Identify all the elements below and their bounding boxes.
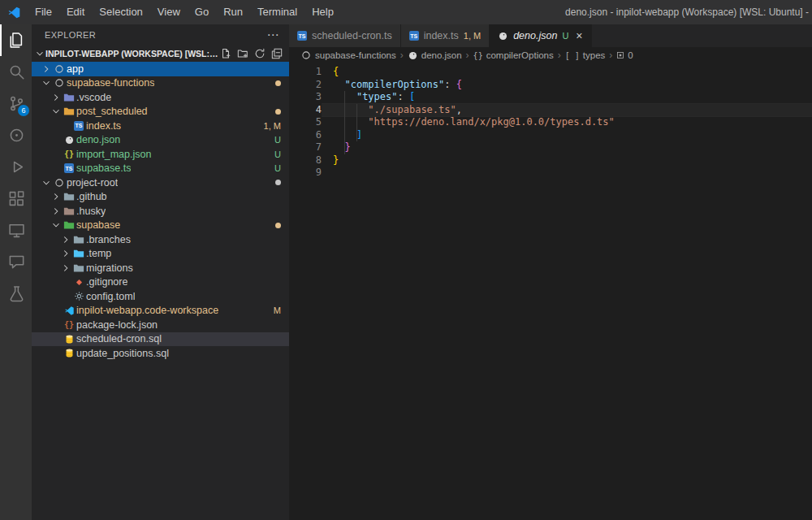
menu-bar: FileEditSelectionViewGoRunTerminalHelp — [28, 0, 341, 24]
tab-index-ts[interactable]: TSindex.ts1, M — [401, 24, 490, 47]
tree-item-project-root[interactable]: project-root — [32, 176, 289, 190]
activity-search[interactable] — [0, 56, 32, 88]
menu-run[interactable]: Run — [216, 0, 250, 24]
deno-icon — [498, 31, 508, 41]
tree-item-import-map-json[interactable]: {}import_map.jsonU — [32, 147, 289, 162]
breadcrumb-deno-json[interactable]: deno.json — [408, 50, 462, 61]
breadcrumb-types[interactable]: [ ]types — [565, 50, 606, 60]
tree-item-vscode[interactable]: .vscode — [32, 90, 289, 105]
activity-source-control[interactable]: 6 — [0, 88, 32, 119]
tree-item-migrations[interactable]: migrations — [32, 261, 289, 275]
tree-item-supabase-ts[interactable]: TSsupabase.tsU — [32, 162, 289, 176]
tree-item-post-scheduled[interactable]: post_scheduled — [32, 105, 289, 119]
chevron-down-icon[interactable] — [50, 106, 62, 117]
tree-item-scheduled-cron-sql[interactable]: scheduled-cron.sql — [32, 332, 289, 347]
git-dot-badge — [275, 180, 281, 185]
tree-item-label: .temp — [86, 248, 111, 259]
tree-item-deno-json[interactable]: deno.jsonU — [32, 133, 289, 148]
new-file-icon[interactable] — [220, 48, 231, 59]
tab-label: deno.json — [513, 30, 557, 41]
breadcrumb-label: compilerOptions — [486, 50, 554, 60]
chevron-right-icon[interactable] — [59, 234, 71, 245]
menu-help[interactable]: Help — [304, 0, 341, 24]
activity-run-debug[interactable] — [0, 151, 32, 183]
refresh-icon[interactable] — [254, 48, 266, 59]
scm-count-badge: 6 — [18, 105, 29, 116]
tree-item-supabase[interactable]: supabase — [32, 219, 289, 233]
menu-file[interactable]: File — [28, 0, 59, 24]
chevron-down-icon[interactable] — [50, 219, 62, 231]
chevron-down-icon[interactable] — [40, 77, 52, 89]
git-status-badge: 1, M — [464, 31, 481, 41]
tab-deno-json[interactable]: deno.jsonU× — [490, 24, 591, 47]
folder-icon — [71, 234, 86, 245]
code-line-1[interactable]: 1{ — [289, 66, 812, 79]
tree-item-inpilot-webapp-code-workspace[interactable]: inpilot-webapp.code-workspaceM — [32, 304, 289, 318]
code-line-3[interactable]: 3 "types": [ — [289, 91, 812, 104]
tree-item-husky[interactable]: .husky — [32, 204, 289, 219]
chevron-down-icon[interactable] — [40, 177, 52, 188]
breadcrumb-label: supabase-functions — [315, 50, 396, 60]
root-icon — [52, 63, 67, 75]
git-status-badge: 1, M — [264, 121, 281, 131]
tree-item-update-positions-sql[interactable]: update_positions.sql — [32, 346, 289, 361]
tab-label: scheduled-cron.ts — [312, 30, 392, 41]
code-line-2[interactable]: 2 "compilerOptions": { — [289, 79, 812, 92]
chevron-right-icon[interactable] — [40, 63, 52, 75]
breadcrumb-label: types — [583, 50, 606, 60]
chevron-right-icon[interactable] — [59, 262, 71, 274]
tree-item-config-toml[interactable]: config.toml — [32, 289, 289, 304]
breadcrumb-0[interactable]: 0 — [616, 50, 633, 60]
activity-circle[interactable] — [0, 119, 32, 151]
breadcrumb-supabase-functions[interactable]: supabase-functions — [300, 50, 396, 61]
chevron-right-icon[interactable] — [59, 248, 71, 259]
code-line-6[interactable]: 6 ] — [289, 129, 812, 142]
code-line-5[interactable]: 5 "https://deno.land/x/pkg@1.0.0/types.d… — [289, 116, 812, 129]
chevron-right-icon[interactable] — [50, 206, 62, 217]
tab-scheduled-cron-ts[interactable]: TSscheduled-cron.ts — [289, 24, 401, 47]
code-line-4[interactable]: 4 "./supabase.ts", — [289, 104, 812, 117]
more-actions-icon[interactable]: ⋯ — [267, 31, 279, 39]
menu-view[interactable]: View — [150, 0, 188, 24]
code-editor[interactable]: 1{2 "compilerOptions": {3 "types": [4 ".… — [289, 63, 812, 520]
menu-go[interactable]: Go — [188, 0, 216, 24]
activity-comments[interactable] — [0, 246, 32, 278]
tree-item-label: scheduled-cron.sql — [76, 333, 162, 344]
menu-selection[interactable]: Selection — [92, 0, 149, 24]
code-text: "types": [ — [322, 91, 812, 104]
chevron-right-icon[interactable] — [50, 92, 62, 103]
tree-item-label: update_positions.sql — [76, 348, 169, 359]
close-icon[interactable]: × — [576, 30, 582, 41]
tree-item-temp[interactable]: .temp — [32, 247, 289, 262]
workspace-section-header[interactable]: INPILOT-WEBAPP (WORKSPACE) [WSL: UBUNTU] — [32, 46, 289, 62]
tree-item-label: inpilot-webapp.code-workspace — [76, 305, 218, 316]
tree-item-branches[interactable]: .branches — [32, 232, 289, 247]
activity-extensions[interactable] — [0, 183, 32, 214]
menu-edit[interactable]: Edit — [59, 0, 92, 24]
breadcrumb-separator: › — [400, 50, 404, 61]
activity-testing[interactable] — [0, 278, 32, 310]
activity-explorer[interactable] — [0, 24, 32, 56]
tree-item-github[interactable]: .github — [32, 190, 289, 205]
chevron-right-icon[interactable] — [50, 191, 62, 202]
code-text: ] — [322, 129, 812, 142]
tree-item-gitignore[interactable]: .gitignore — [32, 275, 289, 290]
code-line-9[interactable]: 9 — [289, 167, 812, 180]
menu-terminal[interactable]: Terminal — [250, 0, 304, 24]
new-folder-icon[interactable] — [237, 48, 248, 59]
breadcrumb-separator: › — [558, 50, 561, 61]
tree-item-index-ts[interactable]: TSindex.ts1, M — [32, 119, 289, 133]
tree-item-app[interactable]: app — [32, 62, 289, 76]
code-line-8[interactable]: 8} — [289, 154, 812, 167]
extensions-icon — [8, 190, 25, 207]
tree-item-supabase-functions[interactable]: supabase-functions — [32, 76, 289, 91]
breadcrumb-label: deno.json — [421, 50, 462, 60]
root-icon — [52, 77, 67, 89]
folder-icon — [62, 92, 76, 103]
ts-icon: TS — [409, 31, 419, 41]
tree-item-package-lock-json[interactable]: {}package-lock.json — [32, 318, 289, 332]
code-line-7[interactable]: 7 } — [289, 141, 812, 154]
activity-remote-explorer[interactable] — [0, 214, 32, 246]
collapse-all-icon[interactable] — [271, 48, 283, 59]
breadcrumb-compileroptions[interactable]: {}compilerOptions — [473, 50, 554, 60]
